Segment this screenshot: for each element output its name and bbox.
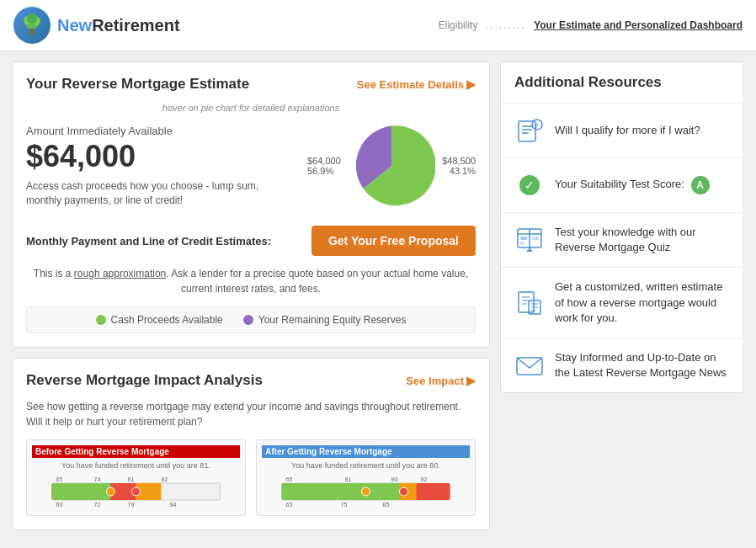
svg-text:79: 79 <box>128 502 135 508</box>
header: NewRetirement Eligibility ......... Your… <box>0 0 756 51</box>
estimate-body: Amount Immediately Available $64,000 Acc… <box>26 120 476 212</box>
svg-text:74: 74 <box>94 476 101 482</box>
logo-text: NewRetirement <box>57 16 180 35</box>
before-chart-subtitle: You have funded retirement until you are… <box>32 461 240 470</box>
resource-item-quiz[interactable]: Test your knowledge with our Reverse Mor… <box>501 213 743 268</box>
breadcrumb-eligibility: Eligibility <box>439 19 478 31</box>
proposal-button[interactable]: Get Your Free Proposal <box>311 226 476 256</box>
logo-icon <box>13 7 51 44</box>
svg-text:81: 81 <box>345 476 352 482</box>
after-chart-title: After Getting Reverse Mortgage <box>262 445 470 458</box>
resource-news-text: Stay Informed and Up-to-Date on the Late… <box>555 350 730 380</box>
impact-desc: See how getting a reverse mortgage may e… <box>26 399 476 429</box>
resource-item-news[interactable]: Stay Informed and Up-to-Date on the Late… <box>501 338 743 392</box>
resource-estimate-text: Get a customized, written estimate of ho… <box>555 279 730 326</box>
see-impact-link-text: See Impact <box>406 375 464 387</box>
resource-quiz-text: Test your knowledge with our Reverse Mor… <box>555 225 730 255</box>
resources-card: Additional Resources ? Will I qualify fo… <box>500 61 744 393</box>
before-chart-svg: 65 74 81 92 60 72 79 94 <box>32 475 240 508</box>
svg-text:63: 63 <box>286 502 293 508</box>
resource-item-qualify[interactable]: ? Will I qualify for more if I wait? <box>501 104 743 158</box>
score-badge: A <box>691 176 710 194</box>
amount-desc: Access cash proceeds how you choose - lu… <box>26 179 294 208</box>
see-estimate-arrow: ▶ <box>466 77 476 91</box>
svg-rect-32 <box>519 121 535 141</box>
legend-equity-label: Your Remaining Equity Reserves <box>258 314 407 326</box>
see-estimate-link[interactable]: See Estimate Details ▶ <box>357 77 476 91</box>
pie-chart-svg <box>348 120 435 212</box>
svg-rect-46 <box>519 292 534 312</box>
chart-hint: hover on pie chart for detailed explanat… <box>26 103 476 113</box>
svg-text:75: 75 <box>341 502 348 508</box>
impact-card-title: Reverse Mortgage Impact Analysis <box>26 372 263 389</box>
legend-cash-label: Cash Proceeds Available <box>111 314 223 326</box>
amount-value: $64,000 <box>26 139 294 174</box>
pie-left-pct: 56.9% <box>307 166 341 176</box>
legend-equity-item: Your Remaining Equity Reserves <box>243 314 407 326</box>
before-chart: Before Getting Reverse Mortgage You have… <box>26 439 246 516</box>
estimate-card-title: Your Reverse Mortgage Estimate <box>26 76 249 93</box>
estimate-icon <box>514 288 545 318</box>
pie-left-value: $64,000 <box>307 156 341 166</box>
monthly-row: Monthly Payment and Line of Credit Estim… <box>26 226 476 256</box>
breadcrumb-active: Your Estimate and Personalized Dashboard <box>534 19 743 31</box>
legend: Cash Proceeds Available Your Remaining E… <box>26 306 476 333</box>
resources-header: Additional Resources <box>501 62 743 104</box>
qualify-icon: ? <box>514 115 545 146</box>
estimate-left: Amount Immediately Available $64,000 Acc… <box>26 125 294 208</box>
pie-right-label: $48,500 43.1% <box>442 156 476 176</box>
resource-item-estimate[interactable]: Get a customized, written estimate of ho… <box>501 268 743 338</box>
legend-cash-item: Cash Proceeds Available <box>96 314 223 326</box>
resource-score-label: Your Suitability Test Score: <box>555 178 684 190</box>
svg-rect-41 <box>520 237 527 240</box>
svg-text:90: 90 <box>391 476 398 482</box>
pie-left-label: $64,000 56.9% <box>307 156 341 176</box>
see-estimate-link-text: See Estimate Details <box>357 78 464 91</box>
pie-right-value: $48,500 <box>442 156 476 166</box>
pie-container: $64,000 56.9% $48,500 43.1% <box>307 120 476 212</box>
email-icon <box>514 350 545 380</box>
pie-chart-area: $64,000 56.9% $48,500 43.1% <box>307 120 476 212</box>
estimate-card: Your Reverse Mortgage Estimate See Estim… <box>12 61 490 348</box>
amount-label: Amount Immediately Available <box>26 125 294 137</box>
logo-retirement: Retirement <box>92 16 179 35</box>
score-icon: ✓ <box>514 170 545 200</box>
svg-rect-20 <box>282 483 417 500</box>
main-layout: Your Reverse Mortgage Estimate See Estim… <box>0 51 756 540</box>
svg-rect-22 <box>417 483 450 500</box>
svg-point-24 <box>400 487 408 496</box>
breadcrumb: Eligibility ......... Your Estimate and … <box>439 19 743 31</box>
estimate-card-header: Your Reverse Mortgage Estimate See Estim… <box>26 76 476 93</box>
right-column: Additional Resources ? Will I qualify fo… <box>500 61 744 530</box>
svg-rect-8 <box>52 483 111 500</box>
quiz-icon <box>514 225 545 255</box>
pie-right-pct: 43.1% <box>442 166 476 176</box>
legend-cash-dot <box>96 315 106 325</box>
svg-text:92: 92 <box>421 476 428 482</box>
impact-card-header: Reverse Mortgage Impact Analysis See Imp… <box>26 372 476 389</box>
resource-item-score[interactable]: ✓ Your Suitability Test Score: A <box>501 158 743 213</box>
after-chart-subtitle: You have funded retirement until you are… <box>262 461 470 470</box>
logo-new: New <box>57 16 92 35</box>
svg-text:65: 65 <box>286 476 293 482</box>
check-circle-icon: ✓ <box>519 175 540 195</box>
after-chart-svg: 65 81 90 92 63 75 85 <box>262 475 470 508</box>
svg-text:?: ? <box>535 122 539 130</box>
svg-point-9 <box>107 487 115 496</box>
impact-charts-row: Before Getting Reverse Mortgage You have… <box>26 439 476 516</box>
logo-area: NewRetirement <box>13 7 180 44</box>
svg-rect-42 <box>532 237 539 240</box>
see-impact-arrow: ▶ <box>466 374 476 387</box>
svg-rect-43 <box>520 242 524 245</box>
svg-point-10 <box>132 487 141 496</box>
resource-qualify-text: Will I qualify for more if I wait? <box>555 123 700 138</box>
svg-text:65: 65 <box>56 476 63 482</box>
rough-approx-link[interactable]: rough approximation <box>74 268 166 279</box>
svg-text:92: 92 <box>162 476 168 482</box>
see-impact-link[interactable]: See Impact ▶ <box>406 374 476 387</box>
svg-text:94: 94 <box>170 502 177 508</box>
svg-rect-1 <box>30 29 34 35</box>
resource-score-text: Your Suitability Test Score: A <box>555 176 710 194</box>
svg-text:85: 85 <box>383 502 390 508</box>
svg-text:81: 81 <box>128 476 135 482</box>
